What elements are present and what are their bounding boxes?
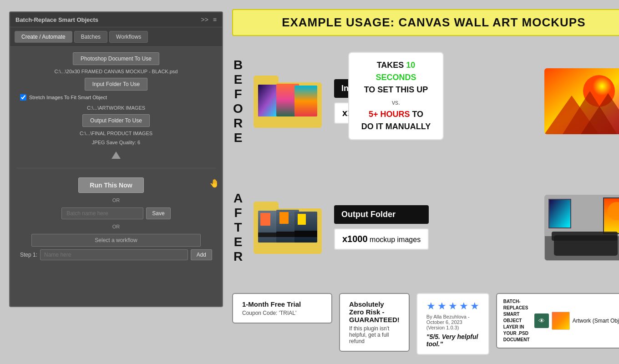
expand-icon[interactable]: >> [201, 16, 208, 23]
panel-title: Batch-Replace Smart Objects [15, 16, 98, 23]
mockup-count: x1000 [342, 234, 368, 244]
panel-title-icons: >> ≡ [201, 16, 217, 23]
room-svg [545, 195, 619, 261]
output-folder-button[interactable]: Output Folder To Use [82, 114, 150, 127]
review-author: By Alla Bezuhlova - October 6, 2023 (Ver… [426, 314, 479, 330]
svg-rect-12 [254, 202, 279, 211]
bottom-section: 1-Month Free Trial Coupon Code: 'TRIAL' … [232, 293, 619, 355]
after-row: A F T E R [232, 169, 619, 287]
svg-rect-14 [260, 213, 270, 226]
workflow-button[interactable]: Select a workflow [31, 234, 201, 247]
callout-line4: DO IT MANUALLY [361, 122, 431, 131]
panel-body: Photoshop Document To Use C:\...\20x30 F… [10, 47, 222, 266]
svg-rect-20 [298, 214, 306, 225]
after-mockup-image [544, 195, 619, 261]
callout-vs: vs. [392, 99, 400, 106]
menu-icon[interactable]: ≡ [213, 16, 217, 23]
star-3: ★ [448, 300, 457, 312]
callout-line2: TO SET THIS UP [364, 85, 428, 94]
stretch-label: Stretch Images To Fit Smart Object [29, 95, 107, 100]
cursor-icon: 🤚 [209, 178, 219, 188]
svg-rect-5 [294, 86, 317, 116]
before-artwork-image [544, 68, 619, 134]
eye-icon-box: 👁 [534, 313, 549, 328]
output-folder-label: Output Folder [334, 205, 429, 224]
psd-path: C:\...\20x30 FRAMED CANVAS MOCKUP - BLAC… [16, 68, 216, 75]
callout-highlight2: 5+ HOURS [369, 110, 410, 119]
smart-obj-preview: 👁 Artwork (Smart Object) [534, 312, 619, 330]
plugin-panel: Batch-Replace Smart Objects >> ≡ Create … [9, 11, 223, 307]
output-info-group: Output Folder x1000 mockup images [334, 205, 429, 250]
eye-icon: 👁 [538, 317, 545, 324]
after-label: A F T E R [232, 191, 246, 264]
input-path: C:\...\ARTWORK IMAGES [16, 104, 216, 111]
stretch-checkbox[interactable] [20, 94, 26, 101]
panel-tabs: Create / Automate Batches Workflows [10, 27, 222, 47]
star-5: ★ [470, 300, 479, 312]
title-text: EXAMPLE USAGE: CANVAS WALL ART MOCKUPS [242, 15, 619, 30]
stars-row: ★ ★ ★ ★ ★ [426, 300, 479, 312]
callout-text: TAKES 10 SECONDS TO SET THIS UP vs. 5+ H… [356, 59, 436, 133]
svg-rect-17 [279, 212, 289, 224]
or-label-1: OR [16, 197, 216, 203]
callout-line3: TO [410, 110, 423, 119]
run-button[interactable]: Run This Now [78, 177, 143, 193]
layer-thumbnail [552, 312, 570, 330]
review-quote: "5/5. Very helpful tool." [426, 333, 479, 348]
callout-box: TAKES 10 SECONDS TO SET THIS UP vs. 5+ H… [348, 52, 444, 140]
trial-subtitle: Coupon Code: 'TRIAL' [242, 310, 322, 316]
svg-rect-32 [552, 232, 618, 241]
batch-row: Save [16, 207, 216, 219]
mockup-text: mockup images [370, 236, 421, 243]
output-folder-svg [251, 197, 329, 256]
step-input[interactable] [40, 249, 188, 260]
smart-obj-title: BATCH-REPLACES SMART OBJECT LAYER IN YOU… [503, 298, 530, 343]
save-button[interactable]: Save [146, 207, 170, 219]
batch-input[interactable] [61, 207, 143, 219]
guarantee-title: Absolutely Zero Risk - GUARANTEED! [349, 300, 400, 324]
quality-row: JPEG Save Quality: 6 [16, 140, 216, 145]
star-1: ★ [426, 300, 436, 312]
svg-rect-1 [254, 76, 279, 85]
or-label-2: OR [16, 224, 216, 229]
stretch-checkbox-row: Stretch Images To Fit Smart Object [16, 93, 216, 101]
guarantee-subtitle: If this plugin isn't helpful, get a full… [349, 325, 400, 344]
guarantee-box: Absolutely Zero Risk - GUARANTEED! If th… [339, 293, 410, 352]
layer-name: Artwork (Smart Object) [573, 318, 619, 324]
input-folder-button[interactable]: Input Folder To Use [85, 78, 148, 91]
tab-batches[interactable]: Batches [74, 31, 107, 43]
trial-title: 1-Month Free Trial [242, 300, 322, 308]
right-panel: EXAMPLE USAGE: CANVAS WALL ART MOCKUPS T… [232, 9, 619, 355]
trial-box: 1-Month Free Trial Coupon Code: 'TRIAL' [232, 293, 332, 324]
smart-object-box: BATCH-REPLACES SMART OBJECT LAYER IN YOU… [496, 293, 619, 349]
quality-label: JPEG Save Quality: 6 [92, 140, 140, 145]
svg-rect-27 [549, 200, 570, 228]
star-4: ★ [459, 300, 468, 312]
title-banner: EXAMPLE USAGE: CANVAS WALL ART MOCKUPS [232, 9, 619, 36]
before-label: B E F O R E [232, 58, 246, 145]
mockup-count-box: x1000 mockup images [334, 228, 429, 250]
tab-workflows[interactable]: Workflows [109, 31, 148, 43]
psd-button[interactable]: Photoshop Document To Use [73, 52, 159, 65]
input-folder-svg [251, 71, 329, 130]
add-button[interactable]: Add [191, 249, 212, 260]
triangle-icon [112, 152, 121, 159]
input-folder-area [251, 71, 329, 132]
section-divider [16, 168, 216, 168]
artwork-svg [544, 68, 619, 134]
step-label: Step 1: [20, 252, 37, 258]
tab-create-automate[interactable]: Create / Automate [15, 31, 72, 43]
panel-titlebar: Batch-Replace Smart Objects >> ≡ [10, 12, 222, 27]
output-path: C:\...\FINAL PRODUCT IMAGES [16, 130, 216, 137]
callout-line1: TAKES [377, 61, 406, 70]
svg-rect-21 [294, 231, 317, 237]
step-row: Step 1: Add [16, 249, 216, 260]
review-box: ★ ★ ★ ★ ★ By Alla Bezuhlova - October 6,… [416, 293, 489, 355]
star-2: ★ [437, 300, 446, 312]
output-folder-area [251, 197, 329, 258]
